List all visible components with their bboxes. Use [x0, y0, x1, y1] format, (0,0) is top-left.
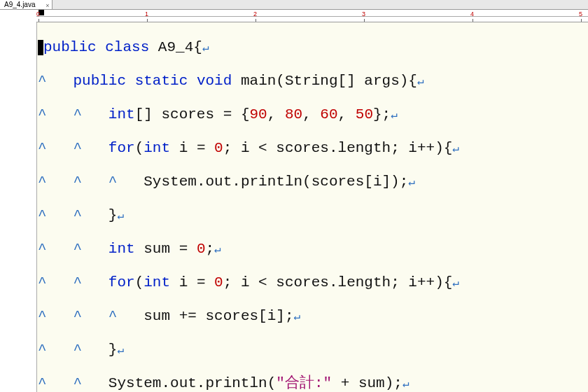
code-line: ^ ^ int[] scores = {90, 80, 60, 50};↵ — [38, 106, 588, 123]
code-line: ^ ^ }↵ — [38, 342, 588, 358]
code-line: ^ ^ ^ sum += scores[i];↵ — [38, 308, 588, 325]
editor-area[interactable]: 12345678910111213 public class A9_4{↵ ^ … — [0, 22, 588, 392]
tab-bar: A9_4.java × — [0, 0, 588, 10]
code-line: ^ ^ ^ System.out.println(scores[i]);↵ — [38, 174, 588, 190]
tab-filename: A9_4.java — [4, 1, 35, 8]
code-line: ^ ^ System.out.println("合計:" + sum);↵ — [38, 375, 588, 392]
text-cursor — [38, 40, 43, 55]
code-line: ^ ^ for(int i = 0; i < scores.length; i+… — [38, 140, 588, 157]
code-line: ^ ^ }↵ — [38, 207, 588, 224]
file-tab[interactable]: A9_4.java × — [0, 0, 52, 9]
close-icon[interactable]: × — [46, 1, 49, 10]
ruler-left-blank — [0, 10, 36, 392]
code-line: public class A9_4{↵ — [38, 39, 588, 56]
code-content[interactable]: public class A9_4{↵ ^ public static void… — [36, 22, 588, 392]
ruler: 012345 — [36, 10, 588, 22]
code-line: ^ ^ int sum = 0;↵ — [38, 241, 588, 258]
code-line: ^ ^ for(int i = 0; i < scores.length; i+… — [38, 274, 588, 291]
code-line: ^ public static void main(String[] args)… — [38, 73, 588, 90]
